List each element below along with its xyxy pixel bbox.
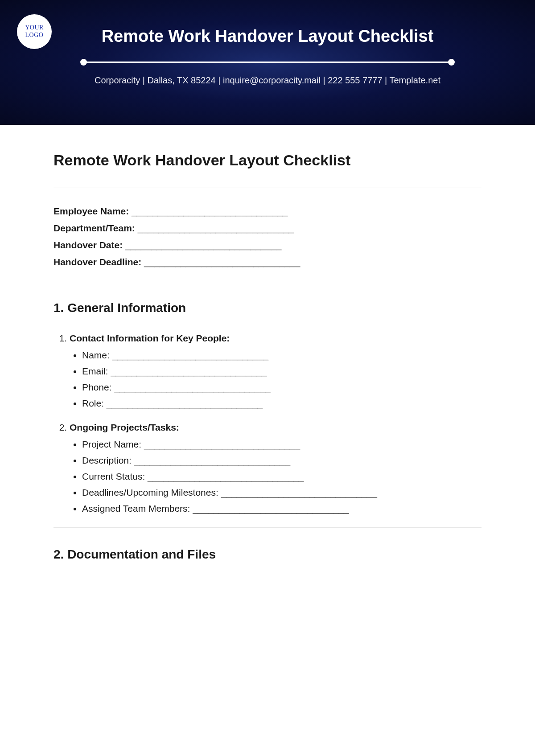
document-body: Remote Work Handover Layout Checklist Em…	[0, 125, 535, 562]
sub-list: Name: ______________________________ Ema…	[70, 350, 482, 409]
list-item: Contact Information for Key People: Name…	[70, 333, 482, 409]
sub-item: Project Name: __________________________…	[82, 439, 482, 450]
rule-3	[54, 527, 482, 528]
logo-text-1: YOUR	[25, 24, 44, 31]
document-title: Remote Work Handover Layout Checklist	[54, 152, 482, 169]
rule-1	[54, 188, 482, 188]
logo-placeholder: YOUR LOGO	[17, 14, 52, 49]
item-head: Contact Information for Key People:	[70, 333, 230, 343]
sub-list: Project Name: __________________________…	[70, 439, 482, 514]
meta-fields: Employee Name: _________________________…	[54, 206, 482, 267]
sub-item: Role: ______________________________	[82, 398, 482, 409]
header-subtitle: Corporacity | Dallas, TX 85224 | inquire…	[0, 75, 535, 86]
divider-dot-left	[80, 59, 87, 66]
sub-item: Description: ___________________________…	[82, 455, 482, 466]
item-head: Ongoing Projects/Tasks:	[70, 422, 179, 432]
logo-text-2: LOGO	[25, 32, 44, 38]
section-1-list: Contact Information for Key People: Name…	[54, 333, 482, 514]
document-page: YOUR LOGO Remote Work Handover Layout Ch…	[0, 0, 535, 756]
meta-employee-name: Employee Name: _________________________…	[54, 206, 482, 217]
sub-item: Assigned Team Members: _________________…	[82, 503, 482, 514]
rule-2	[54, 281, 482, 281]
sub-item: Deadlines/Upcoming Milestones: _________…	[82, 487, 482, 498]
sub-item: Phone: ______________________________	[82, 382, 482, 393]
header-divider	[80, 58, 455, 66]
header-title: Remote Work Handover Layout Checklist	[0, 27, 535, 46]
list-item: Ongoing Projects/Tasks: Project Name: __…	[70, 422, 482, 514]
divider-dot-right	[448, 59, 455, 66]
sub-item: Current Status: ________________________…	[82, 471, 482, 482]
sub-item: Email: ______________________________	[82, 366, 482, 377]
section-2-title: 2. Documentation and Files	[54, 547, 482, 562]
meta-handover-deadline: Handover Deadline: _____________________…	[54, 257, 482, 267]
meta-handover-date: Handover Date: _________________________…	[54, 240, 482, 251]
section-1-title: 1. General Information	[54, 301, 482, 315]
meta-department: Department/Team: _______________________…	[54, 223, 482, 234]
header-banner: YOUR LOGO Remote Work Handover Layout Ch…	[0, 0, 535, 125]
sub-item: Name: ______________________________	[82, 350, 482, 361]
